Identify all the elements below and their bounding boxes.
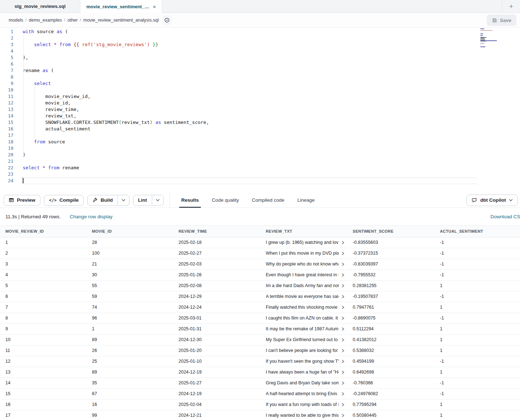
- preview-button[interactable]: Preview: [4, 195, 40, 206]
- code-line[interactable]: 2: [0, 35, 520, 41]
- table-cell: If you want a fun romp with loads of s…: [260, 399, 347, 410]
- column-header-sentiment-score[interactable]: SENTIMENT_SCORE: [347, 226, 435, 237]
- expand-row-icon[interactable]: [341, 359, 344, 363]
- table-row[interactable]: 7742024-12-24Finally watched this shocki…: [0, 302, 520, 313]
- code-line[interactable]: 3 select * from {{ ref('stg_movie_review…: [0, 41, 520, 48]
- review-text: Finally watched this shocking movie la…: [266, 305, 339, 310]
- column-header-review-time[interactable]: REVIEW_TIME: [173, 226, 260, 237]
- table-row[interactable]: 16162025-02-04If you want a fun romp wit…: [0, 399, 520, 410]
- build-button[interactable]: Build: [88, 195, 118, 205]
- expand-row-icon[interactable]: [341, 251, 344, 255]
- compile-button[interactable]: </> Compile: [44, 195, 84, 206]
- column-header-review-txt[interactable]: REVIEW_TXT: [260, 226, 347, 237]
- code-line[interactable]: 10: [0, 87, 520, 93]
- expand-row-icon[interactable]: [341, 392, 344, 396]
- download-csv-link[interactable]: Download CSV: [490, 214, 520, 219]
- breadcrumb-item-demo-examples[interactable]: demo_examples: [29, 18, 62, 23]
- code-line[interactable]: 18 from source: [0, 139, 520, 145]
- code-line[interactable]: 20): [0, 152, 520, 158]
- code-line[interactable]: 12 movie_id,: [0, 100, 520, 106]
- table-row[interactable]: 3212025-02-03Why do people who do not kn…: [0, 259, 520, 269]
- table-row[interactable]: 13892024-12-19I have always been a huge …: [0, 367, 520, 377]
- code-line[interactable]: 21: [0, 158, 520, 165]
- column-header-movie-id[interactable]: MOVIE_ID: [87, 226, 173, 237]
- breadcrumb-item-models[interactable]: models: [9, 18, 23, 23]
- table-cell: 35: [87, 377, 173, 388]
- tab-lineage[interactable]: Lineage: [291, 193, 321, 208]
- code-area[interactable]: 1with source as (23 select * from {{ ref…: [0, 28, 520, 184]
- table-row[interactable]: 6592024-12-29A terrible movie as everyon…: [0, 291, 520, 302]
- expand-row-icon[interactable]: [341, 370, 344, 374]
- table-cell: -0.83039397: [347, 259, 435, 269]
- expand-row-icon[interactable]: [341, 403, 344, 407]
- table-row[interactable]: 17992024-12-21I really wanted to be able…: [0, 410, 520, 420]
- expand-row-icon[interactable]: [341, 273, 344, 277]
- tab-label: Code quality: [212, 197, 239, 203]
- table-row[interactable]: 14352025-01-27Greg Davis and Bryan Daly …: [0, 377, 520, 388]
- table-row[interactable]: 1282025-02-18I grew up (b. 1965) watchin…: [0, 237, 520, 248]
- table-row[interactable]: 15672024-12-19A half-hearted attempt to …: [0, 388, 520, 399]
- table-cell: 89: [87, 367, 173, 377]
- code-line[interactable]: 6: [0, 61, 520, 67]
- code-line[interactable]: 1with source as (: [0, 28, 520, 35]
- editor-minimap[interactable]: [480, 28, 506, 49]
- code-line[interactable]: 5),: [0, 54, 520, 61]
- breadcrumb-item-other[interactable]: other: [67, 18, 78, 23]
- save-button[interactable]: Save: [487, 14, 516, 26]
- code-line[interactable]: 19: [0, 145, 520, 152]
- tab-compiled-code[interactable]: Compiled code: [245, 193, 291, 208]
- chevron-down-icon: [122, 199, 125, 201]
- expand-row-icon[interactable]: [341, 349, 344, 353]
- table-row[interactable]: 21002025-02-27When I put this movie in m…: [0, 248, 520, 259]
- current-line-highlight: [21, 178, 477, 184]
- dbt-copilot-button[interactable]: dbt Copilot: [466, 195, 518, 206]
- code-line[interactable]: 11 movie_review_id,: [0, 93, 520, 100]
- build-dropdown-button[interactable]: [118, 195, 129, 205]
- table-cell: 15: [0, 388, 87, 399]
- code-line[interactable]: 15 SNOWFLAKE.CORTEX.SENTIMENT(review_txt…: [0, 119, 520, 126]
- new-tab-button[interactable]: +: [502, 0, 520, 13]
- expand-row-icon[interactable]: [341, 284, 344, 288]
- code-line[interactable]: 13 review_time,: [0, 106, 520, 113]
- table-row[interactable]: 4302025-01-26Even though I have great in…: [0, 269, 520, 280]
- table-cell: Even though I have great interest in Bi…: [260, 269, 347, 280]
- tab-code-quality[interactable]: Code quality: [205, 193, 245, 208]
- lint-dropdown-button[interactable]: [152, 195, 163, 205]
- column-header-movie-review-id[interactable]: MOVIE_REVIEW_ID: [0, 226, 87, 237]
- tab-stg-movie-reviews[interactable]: stg_movie_reviews.sql: [0, 0, 80, 13]
- code-line[interactable]: 9 select: [0, 80, 520, 87]
- table-row[interactable]: 8962025-03-01I caught this film on AZN o…: [0, 313, 520, 323]
- tab-results[interactable]: Results: [175, 193, 206, 208]
- code-line[interactable]: 23: [0, 171, 520, 178]
- table-row[interactable]: 11262025-01-20I can't believe people are…: [0, 345, 520, 356]
- table-row[interactable]: 5552025-02-08Im a die hard Dads Army fan…: [0, 280, 520, 291]
- column-header-actual-sentiment[interactable]: ACTUAL_SENTIMENT: [435, 226, 520, 237]
- expand-row-icon[interactable]: [341, 316, 344, 320]
- table-row[interactable]: 10892024-12-30My Super Ex Girlfriend tur…: [0, 334, 520, 345]
- expand-row-icon[interactable]: [341, 414, 344, 417]
- lint-button[interactable]: Lint: [133, 195, 152, 205]
- code-line[interactable]: 4: [0, 48, 520, 54]
- code-line[interactable]: 16 actual_sentiment: [0, 126, 520, 132]
- change-row-display-link[interactable]: Change row display: [70, 214, 113, 219]
- expand-row-icon[interactable]: [341, 327, 344, 331]
- expand-row-icon[interactable]: [341, 305, 344, 309]
- line-number: 11: [0, 93, 13, 100]
- expand-row-icon[interactable]: [341, 295, 344, 299]
- close-tab-icon[interactable]: ×: [153, 4, 156, 10]
- code-line[interactable]: 14 review_txt,: [0, 113, 520, 119]
- expand-row-icon[interactable]: [341, 381, 344, 385]
- file-actions-button[interactable]: [162, 15, 172, 25]
- table-row[interactable]: 12252025-01-10If you haven't seen the go…: [0, 356, 520, 367]
- code-line[interactable]: 7rename as (: [0, 67, 520, 74]
- expand-row-icon[interactable]: [341, 262, 344, 266]
- code-line[interactable]: 8: [0, 74, 520, 80]
- table-row[interactable]: 912025-01-31It may be the remake of 1987…: [0, 323, 520, 334]
- code-editor[interactable]: 1with source as (23 select * from {{ ref…: [0, 28, 520, 193]
- tab-movie-review-sentiment[interactable]: movie_review_sentiment_… ×: [80, 0, 162, 13]
- expand-row-icon[interactable]: [341, 241, 344, 245]
- code-line[interactable]: 17: [0, 132, 520, 139]
- code-text: movie_id,: [23, 100, 71, 106]
- expand-row-icon[interactable]: [341, 338, 344, 342]
- code-line[interactable]: 22select * from rename: [0, 165, 520, 171]
